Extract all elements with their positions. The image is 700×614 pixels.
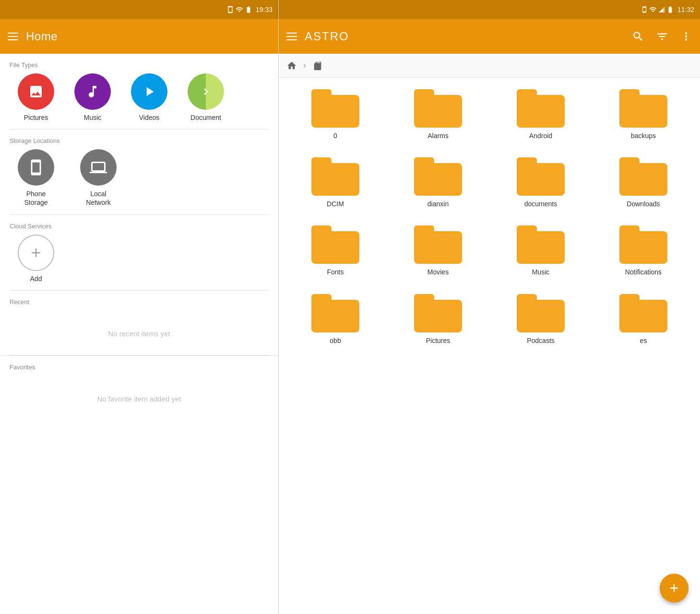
folder-pictures[interactable]: Pictures (389, 290, 487, 349)
right-time: 11:32 (677, 6, 694, 13)
folder-fonts-icon (311, 225, 359, 264)
folder-podcasts-label: Podcasts (527, 336, 555, 345)
file-type-pictures[interactable]: Pictures (10, 73, 62, 121)
folder-0-label: 0 (333, 131, 337, 140)
folder-ringtones-icon (619, 294, 667, 332)
phone-storage-label: PhoneStorage (24, 189, 47, 207)
folder-android-label: Android (529, 131, 552, 140)
file-types-grid: Pictures Music Videos Document (0, 73, 278, 129)
cloud-services-area: Add (0, 235, 278, 290)
folder-0[interactable]: 0 (286, 85, 384, 144)
folder-documents-label: documents (524, 200, 557, 208)
documents-circle (188, 73, 224, 110)
add-label: Add (30, 275, 42, 283)
folder-alarms[interactable]: Alarms (389, 85, 487, 144)
phone-storage-item[interactable]: PhoneStorage (10, 149, 62, 207)
filter-button[interactable] (656, 30, 668, 43)
folder-obb-icon (311, 294, 359, 332)
storage-label: Storage Locations (0, 130, 278, 149)
recent-section: Recent No recent items yet (0, 291, 278, 355)
recent-label: Recent (10, 298, 269, 306)
folder-alarms-icon (414, 89, 462, 128)
folder-android[interactable]: Android (492, 85, 590, 144)
cloud-services-label: Cloud Services (0, 215, 278, 235)
folder-fonts-label: Fonts (327, 268, 344, 276)
folder-dcim-icon (311, 157, 359, 196)
folder-notifications-icon (619, 225, 667, 264)
folder-pictures-label: Pictures (426, 336, 451, 345)
videos-circle (131, 73, 167, 110)
top-bar-actions (632, 30, 692, 43)
storage-grid: PhoneStorage LocalNetwork (0, 149, 278, 214)
recent-empty-text: No recent items yet (10, 325, 269, 347)
file-type-documents[interactable]: Document (179, 73, 232, 121)
folder-ringtones[interactable]: es (594, 290, 692, 349)
folder-documents-icon (517, 157, 565, 196)
folder-dcim[interactable]: DCIM (286, 154, 384, 212)
right-panel-wrapper: 0 Alarms Android (279, 78, 700, 614)
folder-dianxin-icon (414, 157, 462, 196)
folder-obb[interactable]: obb (286, 290, 384, 349)
favorites-empty-text: No favorite item added yet (10, 390, 269, 413)
folder-backups-label: backups (631, 131, 656, 140)
folder-pictures-icon (414, 294, 462, 332)
fab-add-button[interactable] (660, 574, 688, 602)
folder-downloads-icon (619, 157, 667, 196)
right-top-bar: ASTRO (279, 19, 700, 54)
right-panel: 11:32 ASTRO (278, 0, 700, 614)
sd-card-breadcrumb-button[interactable] (312, 60, 323, 71)
file-type-videos[interactable]: Videos (123, 73, 176, 121)
favorites-label: Favorites (10, 356, 269, 390)
favorites-section: Favorites No favorite item added yet (0, 355, 278, 420)
folder-downloads[interactable]: Downloads (594, 154, 692, 212)
folder-podcasts-icon (517, 294, 565, 332)
folder-movies[interactable]: Movies (389, 222, 487, 280)
search-button[interactable] (632, 30, 644, 43)
left-top-bar: Home (0, 19, 278, 54)
folder-podcasts[interactable]: Podcasts (492, 290, 590, 349)
music-label: Music (84, 114, 102, 121)
right-status-bar: 11:32 (279, 0, 700, 19)
folder-0-icon (311, 89, 359, 128)
folder-obb-label: obb (330, 336, 341, 345)
add-cloud-button[interactable]: Add (10, 235, 62, 283)
folder-notifications[interactable]: Notifications (594, 222, 692, 280)
home-breadcrumb-button[interactable] (286, 60, 297, 71)
local-network-item[interactable]: LocalNetwork (72, 149, 125, 207)
folder-fonts[interactable]: Fonts (286, 222, 384, 280)
folder-music-icon (517, 225, 565, 264)
right-hamburger-button[interactable] (286, 33, 297, 40)
folder-backups[interactable]: backups (594, 85, 692, 144)
folder-movies-label: Movies (427, 268, 449, 276)
pictures-circle (18, 73, 54, 110)
left-time: 19:33 (256, 6, 273, 13)
folder-dianxin[interactable]: dianxin (389, 154, 487, 212)
folder-documents[interactable]: documents (492, 154, 590, 212)
phone-storage-circle (18, 149, 54, 186)
folder-movies-icon (414, 225, 462, 264)
videos-label: Videos (139, 114, 160, 121)
left-status-icons: 19:33 (226, 6, 273, 13)
folder-music[interactable]: Music (492, 222, 590, 280)
left-title: Home (26, 30, 58, 43)
folder-ringtones-label: es (640, 336, 647, 345)
right-title: ASTRO (305, 30, 624, 43)
file-type-music[interactable]: Music (66, 73, 119, 121)
local-network-circle (80, 149, 117, 186)
folder-notifications-label: Notifications (625, 268, 662, 276)
breadcrumb (279, 54, 700, 78)
folder-dianxin-label: dianxin (427, 200, 449, 208)
left-panel: 19:33 Home File Types Pictures (0, 0, 278, 614)
fab-add-icon (667, 581, 681, 595)
pictures-label: Pictures (24, 114, 48, 121)
folder-dcim-label: DCIM (327, 200, 344, 208)
left-content: File Types Pictures Music Videos (0, 54, 278, 614)
add-circle (18, 235, 54, 271)
folder-music-label: Music (532, 268, 550, 276)
documents-label: Document (190, 114, 221, 121)
left-status-bar: 19:33 (0, 0, 278, 19)
folder-alarms-label: Alarms (427, 131, 449, 140)
more-options-button[interactable] (680, 30, 692, 43)
folder-grid: 0 Alarms Android (279, 78, 700, 614)
hamburger-menu-button[interactable] (8, 33, 18, 40)
